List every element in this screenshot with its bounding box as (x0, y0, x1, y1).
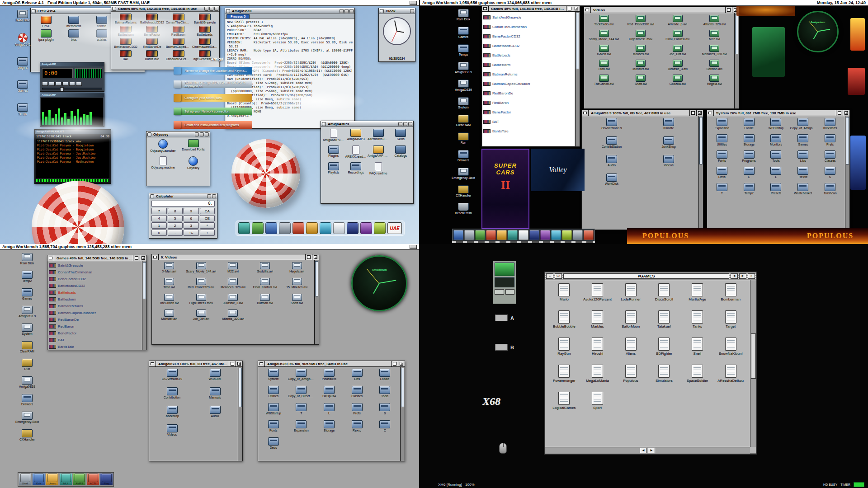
file-icon[interactable]: L (763, 167, 790, 179)
file-icon[interactable]: Expansion (708, 118, 736, 130)
list-item[interactable]: Battlestorm (49, 296, 141, 303)
list-item[interactable]: RedBaron (483, 98, 574, 108)
file-icon[interactable]: TackfordG.avi (585, 15, 623, 26)
dock-icon[interactable] (252, 222, 264, 234)
file-icon[interactable]: OS-Version3.9 (151, 369, 193, 381)
prefs-item[interactable]: Smart and install-contributed programs (174, 121, 252, 129)
file-icon[interactable]: Drawers (11, 394, 43, 406)
vertical-scrollbar[interactable] (314, 260, 319, 344)
scroll-thumb[interactable] (239, 368, 242, 407)
window-odyssey[interactable]: Odyssey OdysseyLauncher Download Fonts O… (146, 131, 210, 186)
vertical-scrollbar[interactable] (575, 12, 580, 146)
dock-icon[interactable] (265, 222, 277, 234)
file-icon[interactable]: SailorMoon (614, 310, 647, 329)
file-icon[interactable]: Libs (343, 369, 371, 381)
file-icon[interactable]: WBStartup (763, 118, 790, 130)
file-icon[interactable]: Rexxc (343, 420, 371, 432)
list-item[interactable]: BardsTale (483, 127, 574, 136)
calculator-key[interactable]: 6 (184, 215, 199, 221)
file-icon[interactable]: DirOpus4 (315, 386, 343, 398)
playlist-entry[interactable]: PiotrJazzCat Pacyna - Boogietown (37, 144, 108, 148)
dock-item[interactable]: Unarc (46, 474, 58, 485)
file-icon[interactable]: LogicalGames (547, 392, 581, 410)
window-gadgets[interactable] (207, 194, 216, 198)
file-icon[interactable]: Storage (315, 420, 343, 432)
file-icon[interactable]: Hegela.avi (281, 262, 313, 273)
file-icon[interactable]: Aliens (614, 338, 647, 356)
close-button[interactable] (707, 110, 714, 116)
calculator-key[interactable]: * (200, 222, 215, 229)
file-icon[interactable]: Devs (259, 437, 288, 450)
titlebar[interactable]: AmigaShell (225, 8, 354, 14)
calculator-key[interactable]: +/- (184, 230, 199, 236)
menubar[interactable]: AmigaOS Release 4.1 - Final Edition Upda… (0, 0, 419, 6)
file-icon[interactable]: Joe_Dirt.avi (659, 45, 696, 56)
list-item[interactable]: BatmanCapedCrusader (49, 310, 141, 316)
calculator-key[interactable]: CA (200, 208, 215, 214)
window-system-drive[interactable]: System 26% full, 861.2MB free, 138.7MB i… (707, 110, 850, 230)
titlebar[interactable]: Odyssey (146, 131, 210, 137)
calculator-key[interactable]: CE (200, 215, 215, 221)
scroll-thumb[interactable] (143, 262, 146, 299)
titlebar[interactable]: Amiga0S3.9 100% full, 0B free, 467.8MB i… (582, 110, 703, 116)
drive-slot[interactable]: B (495, 344, 514, 351)
file-icon[interactable]: Manuals (193, 387, 236, 399)
file-icon[interactable]: .backdrop (151, 406, 193, 418)
file-icon[interactable]: Utilities (708, 134, 736, 146)
close-button[interactable] (482, 6, 489, 11)
file-icon[interactable]: C (371, 420, 399, 432)
vertical-scrollbar[interactable] (845, 116, 849, 230)
file-icon[interactable]: Contribution (151, 387, 193, 399)
list-item[interactable]: BeneFactorCD32 (49, 276, 141, 282)
file-icon[interactable]: Ram Disk (447, 9, 480, 21)
close-button[interactable] (226, 9, 230, 13)
file-icon[interactable]: ClearRAM (447, 115, 480, 127)
zoom-button[interactable] (391, 361, 398, 366)
file-icon[interactable]: Powermonger (547, 365, 581, 383)
titlebar[interactable]: Games 50% full, 142.3GB free, 144.4GB in… (111, 6, 219, 12)
titlebar[interactable]: System 26% full, 861.2MB free, 138.7MB i… (707, 110, 849, 116)
window-amigaos39-drive[interactable]: Amiga0S3.9 100% full, 0B free, 467.8MB i… (149, 361, 243, 461)
player-transport-buttons[interactable] (42, 82, 82, 86)
titlebar[interactable]: ≡ C: ¥GAMES ◄ ► × (545, 272, 756, 280)
file-icon[interactable]: Snell (681, 338, 714, 356)
file-icon[interactable]: Shaft.avi (623, 75, 660, 86)
window-videos[interactable]: 0: Videos X-Men.avi Scary_Movie_144.avi … (151, 254, 319, 345)
file-icon[interactable]: Tools (371, 386, 399, 398)
file-icon[interactable]: WorkDisk (583, 174, 640, 186)
window-gadgets[interactable] (195, 132, 209, 136)
list-item[interactable]: Battletoads (483, 51, 574, 60)
file-icon[interactable]: Ram Disk (11, 253, 43, 265)
amidock[interactable] (452, 229, 595, 241)
zoom-button[interactable] (305, 254, 312, 260)
amidock[interactable]: UAE (236, 221, 405, 236)
dock-icon[interactable] (374, 222, 386, 234)
dock-item[interactable]: Edit (33, 474, 45, 485)
file-icon[interactable]: Classes (816, 150, 844, 163)
file-icon[interactable]: Tanks (681, 310, 714, 329)
dock-icon[interactable] (519, 230, 528, 240)
calculator-key[interactable]: 4 (151, 215, 167, 221)
calculator-key[interactable]: 1 (151, 222, 167, 229)
window-gadgets[interactable] (410, 9, 414, 13)
file-icon[interactable]: Amiga0S3.9 (447, 62, 480, 74)
file-icon[interactable]: Tatakae! (647, 310, 681, 329)
dock-icon[interactable] (347, 222, 359, 234)
calculator-key[interactable]: 2 (168, 222, 183, 229)
zoom-button[interactable] (229, 361, 236, 366)
file-icon[interactable]: RAM Disk (6, 10, 39, 22)
calculator-key[interactable]: . (168, 230, 183, 236)
file-icon[interactable]: Red_Planet320.avi (185, 278, 217, 289)
file-icon[interactable]: Locale (736, 118, 763, 130)
file-icon[interactable]: JunkShop (640, 136, 697, 149)
file-icon[interactable]: Final_Fantasi.avi (249, 278, 281, 289)
scroll-thumb[interactable] (576, 13, 579, 69)
prefs-item[interactable]: Adjust the settings of the screen that W… (174, 80, 252, 88)
list-item[interactable]: RedBaronDe (483, 89, 574, 98)
calculator-key[interactable]: + (200, 230, 215, 236)
file-icon[interactable]: CXHandler (447, 185, 480, 197)
file-icon[interactable]: Emergency-Boot (11, 412, 43, 424)
screen-depth-gadget[interactable] (410, 245, 417, 249)
file-icon[interactable]: Utilities (259, 386, 288, 398)
dock-icon[interactable] (551, 230, 561, 240)
